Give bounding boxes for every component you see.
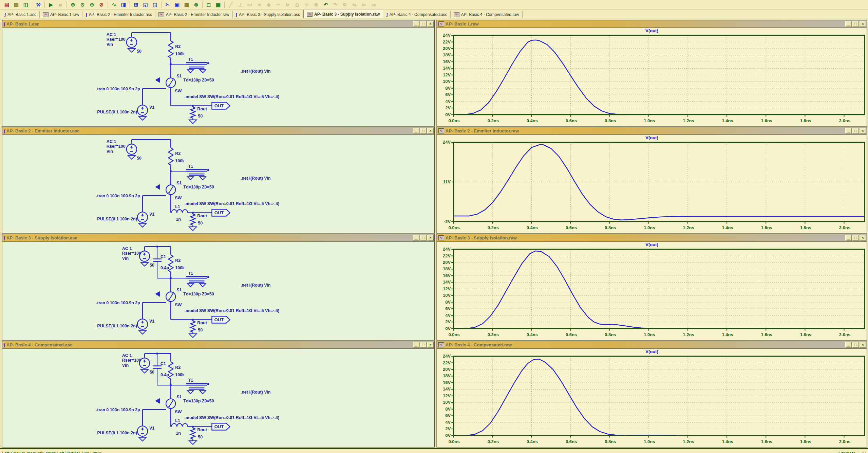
out-flag[interactable]: OUT xyxy=(212,423,230,430)
titlebar[interactable]: ∿ AP- Basic 2 - Emmiter Inductor.raw _ □… xyxy=(437,127,867,135)
ground-symbol[interactable] xyxy=(187,391,193,394)
switch-s1[interactable] xyxy=(155,77,175,88)
switch-s1[interactable] xyxy=(155,184,175,195)
resistor-rout[interactable] xyxy=(190,214,195,225)
undo-button[interactable]: ↶ xyxy=(321,1,331,9)
close-button[interactable]: × xyxy=(860,235,866,241)
titlebar[interactable]: ʃ AP- Basic 1.asc _ □ × xyxy=(2,20,434,28)
find-button[interactable]: ⊚ xyxy=(191,1,201,9)
minimize-button[interactable]: _ xyxy=(845,128,852,134)
resistor-rout[interactable] xyxy=(190,107,195,118)
ground-symbol[interactable] xyxy=(139,330,146,334)
move-button[interactable]: ⊹ xyxy=(302,1,312,9)
titlebar[interactable]: ∿ AP- Basic 1.raw _ □ × xyxy=(437,20,867,28)
run-simulation-button[interactable]: ▶ xyxy=(46,1,56,9)
trace-legend[interactable]: V(out) xyxy=(437,28,867,34)
resistor-r2[interactable] xyxy=(168,148,173,165)
tab-3[interactable]: ʃAP- Basic 2 - Emmiter Inductor.asc xyxy=(82,11,155,18)
waveform-plot[interactable]: 0.0ns0.2ns0.4ns0.6ns0.8ns1.0ns1.2ns1.4ns… xyxy=(437,355,867,447)
tab-8[interactable]: ∿AP- Basic 4 - Compensated.raw xyxy=(451,11,523,18)
ground-symbol[interactable] xyxy=(189,227,196,231)
ground-symbol[interactable] xyxy=(200,177,206,180)
waveform-plot[interactable]: 0.0ns0.2ns0.4ns0.6ns0.8ns1.0ns1.2ns1.4ns… xyxy=(437,141,867,233)
plot-pane[interactable]: 0.0ns0.2ns0.4ns0.6ns0.8ns1.0ns1.2ns1.4ns… xyxy=(443,34,865,123)
vout-trace[interactable] xyxy=(453,359,865,436)
tab-1[interactable]: ʃAP- Basic 1.asc xyxy=(1,11,40,18)
open-file-button[interactable]: ▨ xyxy=(12,1,21,9)
maximize-button[interactable]: □ xyxy=(852,235,859,241)
ground-symbol[interactable] xyxy=(200,284,206,287)
minimize-button[interactable]: _ xyxy=(413,235,419,241)
waveform-plot[interactable]: 0.0ns0.2ns0.4ns0.6ns0.8ns1.0ns1.2ns1.4ns… xyxy=(437,248,867,340)
transmission-line-t1[interactable] xyxy=(186,169,209,180)
titlebar[interactable]: ʃ AP- Basic 4 - Compensated.asc _ □ × xyxy=(2,341,434,349)
titlebar[interactable]: ∿ AP- Basic 3 - Supply Isolation.raw _ □… xyxy=(437,234,867,242)
drag-button[interactable]: ⊛ xyxy=(312,1,321,9)
schematic-canvas[interactable]: 50AC 1Rser=100VinC10.4pR2100kT1Td=130p Z… xyxy=(2,349,434,447)
pulse-source-v1[interactable] xyxy=(137,212,148,222)
tab-5[interactable]: ʃAP- Basic 3 - Supply Isolation.asc xyxy=(233,11,303,18)
control-panel-button[interactable]: ⚒ xyxy=(34,1,43,9)
ground-symbol[interactable] xyxy=(139,116,146,120)
ground-symbol[interactable] xyxy=(187,70,193,73)
tab-2[interactable]: ∿AP- Basic 1.raw xyxy=(40,11,82,18)
ac-source-vin[interactable] xyxy=(127,37,137,47)
pulse-source-v1[interactable] xyxy=(137,319,148,329)
minimize-button[interactable]: _ xyxy=(845,21,852,27)
maximize-button[interactable]: □ xyxy=(852,128,859,134)
ac-source-vin[interactable] xyxy=(127,37,137,47)
zoom-full-extents-button[interactable]: ⊘ xyxy=(97,1,106,9)
minimize-button[interactable]: _ xyxy=(413,128,419,134)
titlebar[interactable]: ∿ AP- Basic 4 - Compensated.raw _ □ × xyxy=(437,341,867,349)
pulse-source-v1[interactable] xyxy=(137,212,148,222)
vout-trace[interactable] xyxy=(453,145,865,220)
pulse-source-v1[interactable] xyxy=(137,426,148,436)
place-text-button[interactable]: Aa xyxy=(359,1,369,9)
zoom-back-button[interactable]: ⊙ xyxy=(78,1,87,9)
ground-symbol[interactable] xyxy=(200,70,206,73)
close-button[interactable]: × xyxy=(427,342,434,348)
plot-pane[interactable]: 0.0ns0.2ns0.4ns0.6ns0.8ns1.0ns1.2ns1.4ns… xyxy=(443,355,865,444)
transmission-line-t1[interactable] xyxy=(186,383,209,394)
print-button[interactable]: ▦ xyxy=(213,1,223,9)
ground-symbol[interactable] xyxy=(189,441,196,445)
minimize-button[interactable]: _ xyxy=(845,235,852,241)
ac-source-vin[interactable] xyxy=(127,144,137,154)
switch-s1[interactable] xyxy=(155,398,175,409)
pulse-source-v1[interactable] xyxy=(137,105,148,115)
place-resistor-button[interactable]: ≈ xyxy=(254,1,264,9)
maximize-button[interactable]: □ xyxy=(852,21,859,27)
resistor-r2[interactable] xyxy=(168,255,173,272)
close-button[interactable]: × xyxy=(427,21,434,27)
switch-s1[interactable] xyxy=(155,291,175,302)
ground-symbol[interactable] xyxy=(187,284,193,287)
arrange-windows-button[interactable]: ◲ xyxy=(150,1,160,9)
resistor-r2[interactable] xyxy=(168,41,173,58)
pulse-source-v1[interactable] xyxy=(137,105,148,115)
plot-settings-button[interactable]: ◨ xyxy=(119,1,128,9)
cut-button[interactable]: ✂ xyxy=(163,1,172,9)
redo-button[interactable]: ↷ xyxy=(331,1,340,9)
maximize-button[interactable]: □ xyxy=(852,342,859,348)
plot-pane[interactable]: 0.0ns0.2ns0.4ns0.6ns0.8ns1.0ns1.2ns1.4ns… xyxy=(443,141,865,230)
maximize-button[interactable]: □ xyxy=(420,128,427,134)
place-capacitor-button[interactable]: ⋕ xyxy=(264,1,273,9)
place-inductor-button[interactable]: ∽ xyxy=(273,1,283,9)
tab-6[interactable]: ∿AP- Basic 3 - Supply Isolation.raw xyxy=(303,10,383,18)
maximize-button[interactable]: □ xyxy=(420,342,427,348)
tab-7[interactable]: ʃAP- Basic 4 - Compensated.asc xyxy=(383,11,450,18)
label-net-button[interactable]: ▭ xyxy=(245,1,254,9)
resistor-rout[interactable] xyxy=(190,321,195,332)
close-button[interactable]: × xyxy=(860,21,866,27)
transmission-line-t1[interactable] xyxy=(186,62,209,73)
out-flag[interactable]: OUT xyxy=(212,102,230,109)
place-diode-button[interactable]: ⊳ xyxy=(283,1,293,9)
ground-symbol[interactable] xyxy=(187,177,193,180)
close-button[interactable]: × xyxy=(427,128,434,134)
ground-symbol[interactable] xyxy=(128,49,135,52)
ground-symbol[interactable] xyxy=(139,437,146,441)
maximize-button[interactable]: □ xyxy=(420,235,427,241)
pulse-source-v1[interactable] xyxy=(137,426,148,436)
vout-trace[interactable] xyxy=(453,40,865,115)
tab-4[interactable]: ∿AP- Basic 2 - Emmiter Inductor.raw xyxy=(155,11,233,18)
